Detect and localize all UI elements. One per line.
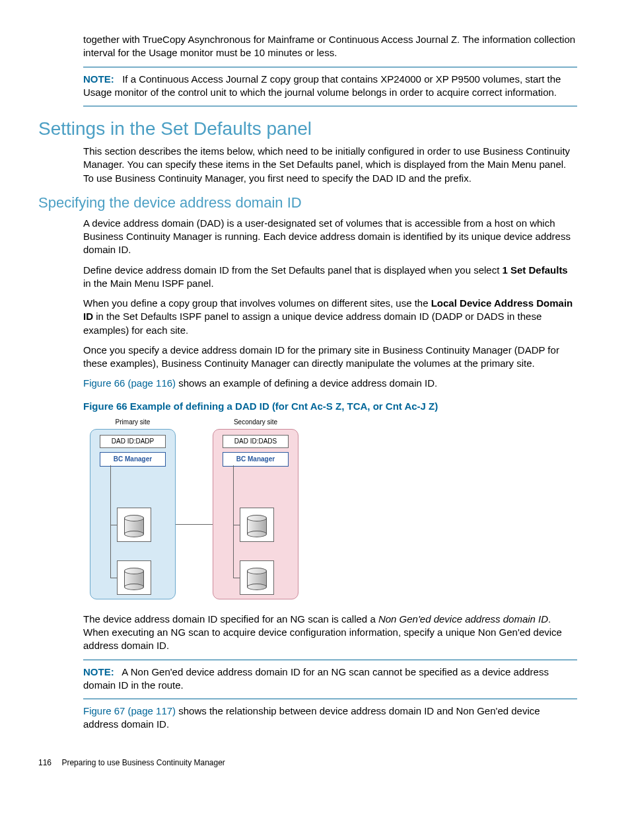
connector-line (233, 465, 234, 578)
figure-66-link[interactable]: Figure 66 (page 116) (83, 377, 176, 389)
divider (83, 67, 577, 67)
intro-continuation-text: together with TrueCopy Asynchronous for … (83, 33, 577, 60)
note-2-text: A Non Gen'ed device address domain ID fo… (83, 666, 549, 691)
figure-66-reference: Figure 66 (page 116) shows an example of… (83, 377, 577, 390)
document-page: together with TrueCopy Asynchronous for … (0, 0, 630, 794)
figure-66-diagram: Primary site Secondary site DAD ID:DADP … (83, 418, 312, 603)
connector-line (110, 525, 117, 525)
primary-site-text: Once you specify a device address domain… (83, 344, 577, 371)
divider (83, 699, 577, 699)
note-label: NOTE: (83, 666, 114, 677)
dad-id-primary: DAD ID:DADP (100, 435, 166, 448)
term-italic: Non Gen'ed device address domain ID (378, 613, 548, 625)
storage-unit-icon (240, 508, 274, 542)
connector-line (110, 578, 117, 578)
subsection-heading-dad-id: Specifying the device address domain ID (38, 194, 577, 211)
divider (83, 106, 577, 106)
section-body: This section describes the items below, … (83, 145, 577, 185)
connector-line (233, 578, 240, 578)
section-intro-text: This section describes the items below, … (83, 145, 577, 185)
divider (83, 660, 577, 660)
page-number: 116 (38, 758, 52, 767)
figure-67-link[interactable]: Figure 67 (page 117) (83, 705, 176, 716)
define-dad-text: Define device address domain ID from the… (83, 264, 577, 291)
secondary-site-label: Secondary site (213, 418, 298, 426)
menu-option-bold: 1 Set Defaults (503, 264, 568, 276)
bc-manager-secondary: BC Manager (223, 452, 289, 467)
storage-unit-icon (117, 508, 151, 542)
figure-66-caption: Figure 66 Example of defining a DAD ID (… (83, 400, 577, 413)
connector-line (110, 465, 111, 578)
storage-unit-icon (117, 560, 151, 595)
dad-definition-text: A device address domain (DAD) is a user-… (83, 217, 577, 257)
page-footer: 116 Preparing to use Business Continuity… (38, 758, 577, 767)
intro-block: together with TrueCopy Asynchronous for … (83, 33, 577, 106)
storage-unit-icon (240, 560, 274, 595)
subsection-body: A device address domain (DAD) is a user-… (83, 217, 577, 732)
secondary-site-box: DAD ID:DADS BC Manager (213, 429, 298, 599)
note-2: NOTE: A Non Gen'ed device address domain… (83, 666, 577, 693)
ng-scan-text: The device address domain ID specified f… (83, 613, 577, 653)
figure-67-reference: Figure 67 (page 117) shows the relations… (83, 705, 577, 732)
note-1-text: If a Continuous Access Journal Z copy gr… (83, 73, 561, 98)
local-dad-text: When you define a copy group that involv… (83, 297, 577, 337)
note-1: NOTE: If a Continuous Access Journal Z c… (83, 73, 577, 100)
dad-id-secondary: DAD ID:DADS (223, 435, 289, 448)
note-label: NOTE: (83, 73, 114, 85)
primary-site-label: Primary site (90, 418, 176, 426)
connector-line (233, 525, 240, 525)
bc-manager-primary: BC Manager (100, 452, 166, 467)
primary-site-box: DAD ID:DADP BC Manager (90, 429, 176, 599)
chapter-title: Preparing to use Business Continuity Man… (61, 758, 225, 767)
section-heading-set-defaults: Settings in the Set Defaults panel (38, 118, 577, 139)
